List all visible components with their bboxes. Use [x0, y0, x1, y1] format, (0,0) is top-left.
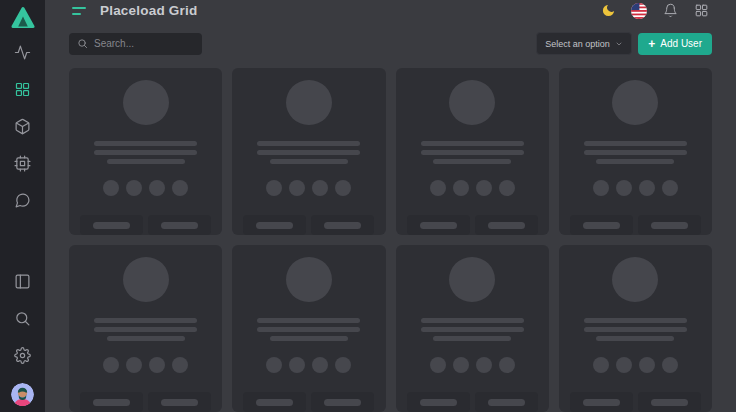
- button-placeholder: [80, 215, 143, 235]
- text-line-placeholder: [584, 150, 687, 155]
- toolbar: Select an option + Add User: [45, 32, 736, 55]
- sidebar-item-activity[interactable]: [13, 42, 33, 62]
- text-line-placeholder: [433, 159, 511, 164]
- option-select[interactable]: Select an option: [536, 32, 632, 55]
- button-placeholder: [407, 392, 470, 412]
- sidebar-item-settings[interactable]: [13, 345, 33, 365]
- dot-placeholder: [266, 180, 282, 196]
- text-line-placeholder: [94, 141, 197, 146]
- dot-placeholder: [639, 357, 655, 373]
- menu-toggle-button[interactable]: [72, 7, 86, 15]
- dot-placeholder: [289, 180, 305, 196]
- button-placeholder-row: [80, 392, 211, 412]
- user-card-skeleton: [232, 68, 385, 235]
- text-line-placeholder: [270, 336, 348, 341]
- button-placeholder-row: [570, 215, 701, 235]
- text-line-placeholder: [94, 150, 197, 155]
- avatar-placeholder: [123, 257, 169, 302]
- apps-menu-button[interactable]: [692, 2, 710, 20]
- dot-placeholder: [266, 357, 282, 373]
- text-line-placeholder: [94, 327, 197, 332]
- dot-placeholder: [430, 180, 446, 196]
- dot-placeholder: [476, 357, 492, 373]
- dark-mode-toggle[interactable]: [599, 2, 617, 20]
- text-line-placeholder: [596, 336, 674, 341]
- search-icon: [77, 38, 88, 49]
- avatar-placeholder: [286, 257, 332, 302]
- avatar-placeholder: [612, 257, 658, 302]
- text-line-placeholder: [584, 327, 687, 332]
- dot-placeholder: [639, 180, 655, 196]
- text-line-placeholder: [584, 318, 687, 323]
- grid-icon: [14, 81, 31, 98]
- dot-placeholder: [149, 357, 165, 373]
- triangle-logo-icon: [11, 6, 35, 30]
- dot-placeholder: [476, 180, 492, 196]
- dot-placeholder: [662, 180, 678, 196]
- notifications-button[interactable]: [661, 2, 679, 20]
- button-placeholder: [148, 392, 211, 412]
- activity-icon: [14, 44, 31, 61]
- user-avatar[interactable]: [11, 383, 34, 406]
- chat-icon: [14, 192, 31, 209]
- text-line-placeholder: [107, 159, 185, 164]
- button-placeholder-row: [407, 215, 538, 235]
- page-title: Placeload Grid: [100, 3, 197, 18]
- dots-placeholder-row: [266, 180, 351, 196]
- button-placeholder-row: [243, 392, 374, 412]
- text-line-placeholder: [257, 141, 360, 146]
- search-field[interactable]: [69, 33, 202, 55]
- app-window: Placeload Grid: [0, 0, 736, 412]
- text-line-placeholder: [421, 141, 524, 146]
- sidebar: [0, 0, 45, 412]
- dot-placeholder: [149, 180, 165, 196]
- dot-placeholder: [172, 357, 188, 373]
- user-avatar-image: [11, 383, 34, 406]
- button-placeholder: [407, 215, 470, 235]
- plus-icon: +: [648, 38, 655, 50]
- dot-placeholder: [499, 357, 515, 373]
- search-input[interactable]: [94, 38, 194, 49]
- sidebar-item-search[interactable]: [13, 308, 33, 328]
- sidebar-item-box[interactable]: [13, 116, 33, 136]
- button-placeholder: [638, 392, 701, 412]
- settings-gear-icon: [14, 347, 31, 364]
- user-cards-grid: [45, 68, 736, 412]
- sidebar-item-grid-active[interactable]: [13, 79, 33, 99]
- app-logo[interactable]: [11, 6, 35, 30]
- text-line-placeholder: [257, 150, 360, 155]
- dot-placeholder: [593, 357, 609, 373]
- language-selector[interactable]: [630, 2, 648, 20]
- add-user-button[interactable]: + Add User: [638, 33, 712, 55]
- text-line-placeholder: [421, 327, 524, 332]
- sidebar-item-cpu[interactable]: [13, 153, 33, 173]
- dot-placeholder: [499, 180, 515, 196]
- avatar-placeholder: [286, 80, 332, 125]
- text-line-placeholder: [584, 141, 687, 146]
- avatar-placeholder: [612, 80, 658, 125]
- dot-placeholder: [103, 180, 119, 196]
- button-placeholder-row: [407, 392, 538, 412]
- avatar-placeholder: [449, 80, 495, 125]
- main-area: Placeload Grid: [45, 0, 736, 412]
- sidebar-item-panels[interactable]: [13, 271, 33, 291]
- avatar-placeholder: [449, 257, 495, 302]
- sidebar-item-chat[interactable]: [13, 190, 33, 210]
- user-card-skeleton: [396, 68, 549, 235]
- button-placeholder: [80, 392, 143, 412]
- dot-placeholder: [312, 180, 328, 196]
- dots-placeholder-row: [430, 180, 515, 196]
- text-line-placeholder: [421, 318, 524, 323]
- text-line-placeholder: [433, 336, 511, 341]
- user-card-skeleton: [559, 245, 712, 412]
- apps-grid-icon: [694, 3, 709, 18]
- text-line-placeholder: [257, 318, 360, 323]
- button-placeholder-row: [570, 392, 701, 412]
- dot-placeholder: [616, 357, 632, 373]
- user-card-skeleton: [69, 245, 222, 412]
- dot-placeholder: [126, 180, 142, 196]
- button-placeholder: [570, 392, 633, 412]
- us-flag-icon: [631, 3, 647, 19]
- dot-placeholder: [430, 357, 446, 373]
- user-card-skeleton: [559, 68, 712, 235]
